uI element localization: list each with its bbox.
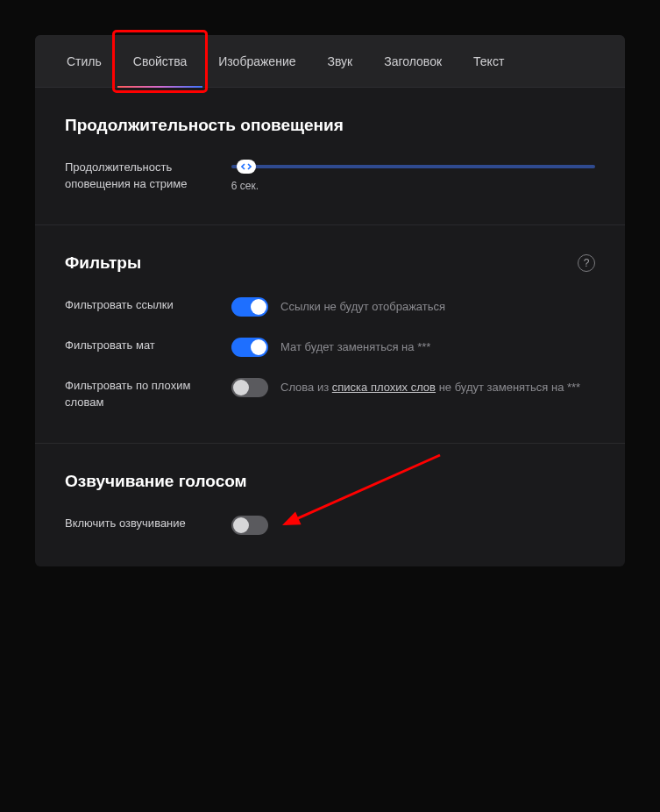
section-voice-title: Озвучивание голосом: [65, 472, 595, 491]
duration-slider[interactable]: [231, 165, 595, 168]
settings-panel: Стиль Свойства Изображение Звук Заголово…: [35, 35, 625, 566]
section-filters: Фильтры ? Фильтровать ссылки Ссылки не б…: [35, 225, 625, 444]
tab-style[interactable]: Стиль: [51, 35, 117, 88]
filter-links-label: Фильтровать ссылки: [65, 297, 214, 314]
tab-title[interactable]: Заголовок: [368, 35, 458, 88]
bad-words-list-link[interactable]: списка плохих слов: [332, 381, 436, 394]
duration-label: Продолжительность оповещения на стриме: [65, 160, 214, 193]
tab-text[interactable]: Текст: [458, 35, 520, 88]
enable-voice-label: Включить озвучивание: [65, 516, 214, 532]
filter-badwords-desc-post: не будут заменяться на ***: [436, 381, 580, 394]
tab-properties[interactable]: Свойства: [117, 35, 202, 88]
tab-bar: Стиль Свойства Изображение Звук Заголово…: [35, 35, 625, 88]
section-filters-title: Фильтры: [65, 253, 141, 273]
filter-profanity-desc: Мат будет заменяться на ***: [280, 339, 430, 356]
section-duration: Продолжительность оповещения Продолжител…: [35, 88, 625, 225]
tab-image[interactable]: Изображение: [202, 35, 311, 88]
filter-profanity-toggle[interactable]: [231, 338, 268, 357]
duration-value: 6 сек.: [231, 180, 259, 192]
filter-profanity-label: Фильтровать мат: [65, 338, 214, 354]
filter-badwords-toggle[interactable]: [231, 378, 268, 397]
filter-badwords-desc-pre: Слова из: [280, 381, 332, 394]
filter-links-desc: Ссылки не будут отображаться: [280, 299, 445, 316]
filter-badwords-desc: Слова из списка плохих слов не будут зам…: [280, 380, 580, 396]
section-duration-title: Продолжительность оповещения: [65, 116, 595, 135]
enable-voice-toggle[interactable]: [231, 516, 268, 535]
tab-sound[interactable]: Звук: [312, 35, 369, 88]
section-voice: Озвучивание голосом Включить озвучивание: [35, 444, 625, 566]
help-icon[interactable]: ?: [578, 254, 595, 272]
duration-slider-thumb[interactable]: [237, 160, 256, 174]
slider-grip-icon: [241, 162, 252, 171]
filter-badwords-label: Фильтровать по плохим словам: [65, 378, 214, 411]
filter-links-toggle[interactable]: [231, 297, 268, 317]
